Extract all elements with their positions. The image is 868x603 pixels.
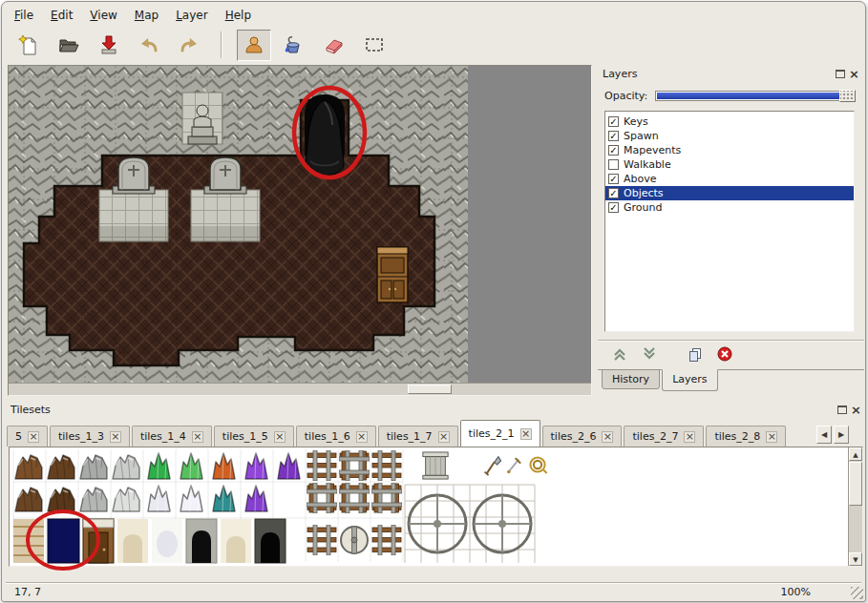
layer-row-keys[interactable]: ✓ Keys [605, 114, 854, 129]
tileset-tab-tiles-1-7[interactable]: tiles_1_7 × [378, 426, 458, 447]
tile-cream-arch[interactable] [117, 519, 148, 563]
tile-crystal-orange[interactable] [213, 453, 235, 479]
marquee-select-tool-button[interactable] [357, 30, 392, 61]
layer-row-above[interactable]: ✓ Above [605, 172, 854, 186]
tile-track-straight[interactable] [307, 525, 336, 555]
tile-gray-arch-door[interactable] [186, 519, 217, 563]
tile-crystal-green[interactable] [148, 453, 170, 479]
tile-rope-coil[interactable] [530, 457, 546, 473]
menu-layer[interactable]: Layer [167, 7, 216, 24]
tile-track-cross[interactable] [339, 483, 370, 513]
tile-rock-gray[interactable] [80, 455, 107, 479]
scroll-down-icon[interactable]: ▼ [849, 552, 862, 566]
layer-row-objects[interactable]: ✓ Objects [605, 186, 854, 200]
tab-close-icon[interactable]: × [356, 431, 368, 443]
map-view[interactable] [9, 66, 591, 383]
tile-track-straight[interactable] [307, 450, 336, 481]
tile-track-cross[interactable] [371, 483, 402, 513]
layer-checkbox[interactable]: ✓ [608, 131, 619, 141]
tab-close-icon[interactable]: × [438, 431, 450, 443]
map-horizontal-scrollbar[interactable] [9, 383, 591, 395]
tile-rock-light-gray[interactable] [113, 455, 139, 479]
tab-close-icon[interactable]: × [274, 431, 286, 443]
tab-close-icon[interactable]: × [602, 431, 613, 443]
map-canvas[interactable] [8, 65, 592, 396]
duplicate-layer-button[interactable] [685, 343, 706, 364]
tile-track-straight[interactable] [372, 525, 401, 555]
tab-scroll-right-icon[interactable]: ▶ [834, 426, 849, 444]
lower-layer-button[interactable] [639, 343, 660, 364]
tileset-tab-tiles-1-4[interactable]: tiles_1_4 × [132, 426, 212, 447]
tileset-tab-5[interactable]: 5 × [7, 426, 48, 447]
menu-view[interactable]: View [81, 7, 125, 24]
tab-close-icon[interactable]: × [684, 431, 695, 443]
layer-row-walkable[interactable]: Walkable [605, 157, 854, 172]
redo-button[interactable] [172, 30, 206, 61]
raise-layer-button[interactable] [609, 343, 630, 364]
close-panel-icon[interactable]: × [851, 405, 861, 415]
tab-close-icon[interactable]: × [28, 431, 39, 443]
scroll-up-icon[interactable]: ▲ [849, 447, 862, 461]
tile-track-straight[interactable] [372, 450, 401, 481]
map-hscroll-thumb[interactable] [408, 385, 452, 394]
new-file-button[interactable] [11, 30, 46, 61]
layer-checkbox[interactable]: ✓ [608, 174, 619, 184]
tile-rock-dark-brown[interactable] [48, 488, 74, 511]
layer-checkbox[interactable]: ✓ [608, 202, 619, 213]
tab-scroll-left-icon[interactable]: ◀ [816, 426, 832, 444]
undo-button[interactable] [132, 30, 166, 61]
tile-rock-gray[interactable] [80, 488, 107, 511]
tile-crystal-pale[interactable] [148, 486, 170, 511]
tile-dark-blue[interactable] [48, 519, 79, 563]
layer-row-mapevents[interactable]: ✓ Mapevents [605, 143, 854, 157]
menu-help[interactable]: Help [217, 7, 260, 24]
tab-close-icon[interactable]: × [520, 428, 532, 440]
layer-row-spawn[interactable]: ✓ Spawn [605, 129, 854, 143]
tileset-vscroll-thumb[interactable] [849, 462, 862, 506]
tile-track-cross[interactable] [307, 483, 337, 513]
tile-crystal-purple[interactable] [245, 486, 267, 511]
tileset-tab-tiles-2-7[interactable]: tiles_2_7 × [624, 426, 704, 447]
tileset-tab-tiles-1-6[interactable]: tiles_1_6 × [296, 426, 376, 447]
float-panel-icon[interactable] [837, 405, 847, 414]
tile-turntable-area[interactable] [405, 485, 535, 563]
tile-turntable-small[interactable] [341, 527, 368, 553]
tile-dark-arch-door[interactable] [255, 519, 286, 563]
tile-rock-dark-brown[interactable] [48, 455, 74, 479]
tile-shovel[interactable] [484, 457, 500, 475]
tab-history[interactable]: History [602, 369, 660, 389]
tile-rock-white[interactable] [113, 488, 139, 511]
open-button[interactable] [52, 30, 86, 61]
tab-close-icon[interactable]: × [110, 431, 121, 443]
tile-crystal-light-green[interactable] [180, 453, 202, 479]
layer-checkbox[interactable] [608, 159, 619, 170]
eraser-tool-button[interactable] [317, 30, 351, 61]
tile-pale-arch[interactable] [221, 519, 251, 563]
layer-row-ground[interactable]: ✓ Ground [605, 200, 854, 215]
tile-white-soft[interactable] [152, 519, 182, 563]
map-statue[interactable] [182, 93, 222, 144]
tile-crystal-teal[interactable] [213, 486, 235, 511]
tile-crystal-violet[interactable] [278, 453, 300, 479]
tileset-grid[interactable] [11, 448, 838, 563]
resize-grip[interactable] [851, 587, 863, 599]
menu-map[interactable]: Map [126, 7, 167, 24]
tile-crystal-white[interactable] [180, 486, 202, 511]
tile-column[interactable] [423, 452, 448, 479]
map-dark-figure[interactable] [305, 94, 345, 176]
tileset-tab-tiles-2-8[interactable]: tiles_2_8 × [706, 426, 786, 447]
fill-tool-button[interactable] [277, 30, 311, 61]
layer-checkbox[interactable]: ✓ [608, 116, 619, 127]
tile-crystal-purple[interactable] [245, 453, 267, 479]
menu-file[interactable]: File [6, 7, 42, 24]
layer-checkbox[interactable]: ✓ [608, 145, 619, 156]
entity-stamp-tool-button[interactable] [237, 30, 271, 61]
tile-track-cross[interactable] [339, 450, 370, 481]
tile-rock-brown[interactable] [15, 488, 42, 511]
tab-close-icon[interactable]: × [766, 431, 777, 443]
tileset-vertical-scrollbar[interactable]: ▲ ▼ [848, 447, 862, 566]
tileset-view[interactable]: ▲ ▼ [9, 447, 863, 567]
tab-layers[interactable]: Layers [662, 369, 717, 391]
layer-checkbox[interactable]: ✓ [608, 188, 619, 198]
opacity-slider[interactable] [655, 91, 856, 101]
